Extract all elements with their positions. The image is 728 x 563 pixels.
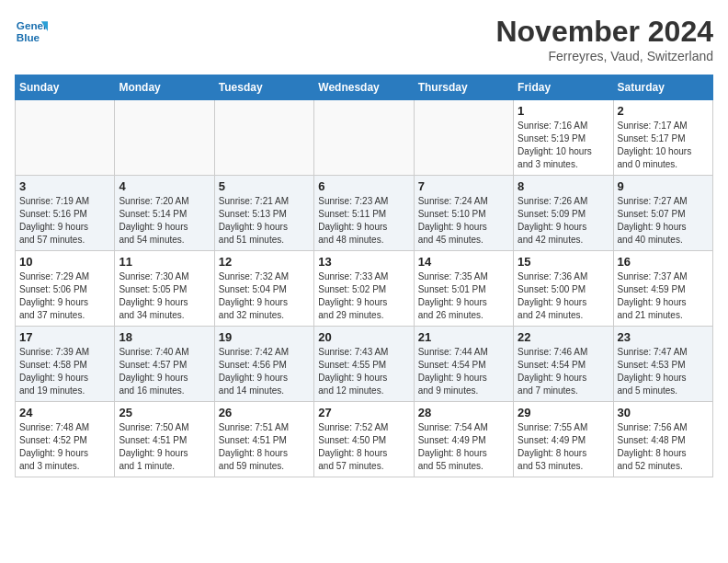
day-info: Sunrise: 7:54 AM Sunset: 4:49 PM Dayligh… [418, 421, 509, 473]
calendar-cell [414, 100, 513, 176]
calendar-cell: 7Sunrise: 7:24 AM Sunset: 5:10 PM Daylig… [414, 176, 513, 251]
day-info: Sunrise: 7:55 AM Sunset: 4:49 PM Dayligh… [518, 421, 609, 473]
day-info: Sunrise: 7:17 AM Sunset: 5:17 PM Dayligh… [618, 120, 709, 171]
day-number: 4 [119, 179, 210, 193]
day-of-week-header: Thursday [414, 75, 513, 100]
day-number: 14 [418, 255, 509, 269]
day-info: Sunrise: 7:30 AM Sunset: 5:05 PM Dayligh… [119, 270, 210, 322]
day-info: Sunrise: 7:42 AM Sunset: 4:56 PM Dayligh… [219, 346, 310, 397]
calendar-cell: 23Sunrise: 7:47 AM Sunset: 4:53 PM Dayli… [613, 327, 712, 402]
day-info: Sunrise: 7:16 AM Sunset: 5:19 PM Dayligh… [518, 120, 609, 171]
calendar-header-row: SundayMondayTuesdayWednesdayThursdayFrid… [16, 75, 713, 100]
day-number: 9 [618, 179, 709, 193]
day-info: Sunrise: 7:26 AM Sunset: 5:09 PM Dayligh… [518, 195, 609, 247]
day-of-week-header: Friday [514, 75, 613, 100]
calendar-cell: 21Sunrise: 7:44 AM Sunset: 4:54 PM Dayli… [414, 327, 513, 402]
day-of-week-header: Wednesday [314, 75, 414, 100]
calendar-cell: 1Sunrise: 7:16 AM Sunset: 5:19 PM Daylig… [514, 100, 613, 176]
calendar-cell: 4Sunrise: 7:20 AM Sunset: 5:14 PM Daylig… [115, 176, 214, 251]
day-info: Sunrise: 7:46 AM Sunset: 4:54 PM Dayligh… [518, 346, 609, 397]
day-number: 27 [318, 406, 409, 419]
calendar-week-row: 3Sunrise: 7:19 AM Sunset: 5:16 PM Daylig… [16, 176, 713, 251]
day-number: 11 [119, 255, 210, 269]
day-number: 13 [318, 255, 409, 269]
day-info: Sunrise: 7:47 AM Sunset: 4:53 PM Dayligh… [618, 346, 709, 397]
day-info: Sunrise: 7:32 AM Sunset: 5:04 PM Dayligh… [219, 270, 310, 322]
day-number: 28 [418, 406, 509, 419]
calendar-table: SundayMondayTuesdayWednesdayThursdayFrid… [15, 75, 713, 477]
calendar-cell: 15Sunrise: 7:36 AM Sunset: 5:00 PM Dayli… [514, 251, 613, 327]
day-info: Sunrise: 7:27 AM Sunset: 5:07 PM Dayligh… [618, 195, 709, 247]
day-info: Sunrise: 7:50 AM Sunset: 4:51 PM Dayligh… [119, 421, 210, 473]
day-number: 18 [119, 330, 210, 344]
day-number: 2 [618, 104, 709, 118]
calendar-cell: 8Sunrise: 7:26 AM Sunset: 5:09 PM Daylig… [514, 176, 613, 251]
calendar-cell: 28Sunrise: 7:54 AM Sunset: 4:49 PM Dayli… [414, 402, 513, 477]
day-info: Sunrise: 7:39 AM Sunset: 4:58 PM Dayligh… [19, 346, 110, 397]
day-number: 15 [518, 255, 609, 269]
calendar-cell: 2Sunrise: 7:17 AM Sunset: 5:17 PM Daylig… [613, 100, 712, 176]
day-number: 30 [618, 406, 709, 419]
day-number: 16 [618, 255, 709, 269]
day-info: Sunrise: 7:21 AM Sunset: 5:13 PM Dayligh… [219, 195, 310, 247]
calendar-cell: 30Sunrise: 7:56 AM Sunset: 4:48 PM Dayli… [613, 402, 712, 477]
day-info: Sunrise: 7:19 AM Sunset: 5:16 PM Dayligh… [19, 195, 110, 247]
day-info: Sunrise: 7:29 AM Sunset: 5:06 PM Dayligh… [19, 270, 110, 322]
day-number: 17 [19, 330, 110, 344]
day-info: Sunrise: 7:20 AM Sunset: 5:14 PM Dayligh… [119, 195, 210, 247]
calendar-cell: 10Sunrise: 7:29 AM Sunset: 5:06 PM Dayli… [16, 251, 115, 327]
day-of-week-header: Tuesday [214, 75, 313, 100]
location-label: Ferreyres, Vaud, Switzerland [495, 49, 713, 63]
calendar-cell: 3Sunrise: 7:19 AM Sunset: 5:16 PM Daylig… [16, 176, 115, 251]
day-info: Sunrise: 7:43 AM Sunset: 4:55 PM Dayligh… [318, 346, 409, 397]
day-info: Sunrise: 7:24 AM Sunset: 5:10 PM Dayligh… [418, 195, 509, 247]
calendar-cell [214, 100, 313, 176]
calendar-week-row: 24Sunrise: 7:48 AM Sunset: 4:52 PM Dayli… [16, 402, 713, 477]
day-info: Sunrise: 7:37 AM Sunset: 4:59 PM Dayligh… [618, 270, 709, 322]
day-number: 3 [19, 179, 110, 193]
day-number: 7 [418, 179, 509, 193]
day-info: Sunrise: 7:56 AM Sunset: 4:48 PM Dayligh… [618, 421, 709, 473]
calendar-cell: 12Sunrise: 7:32 AM Sunset: 5:04 PM Dayli… [214, 251, 313, 327]
calendar-week-row: 10Sunrise: 7:29 AM Sunset: 5:06 PM Dayli… [16, 251, 713, 327]
day-number: 26 [219, 406, 310, 419]
calendar-week-row: 1Sunrise: 7:16 AM Sunset: 5:19 PM Daylig… [16, 100, 713, 176]
calendar-cell: 14Sunrise: 7:35 AM Sunset: 5:01 PM Dayli… [414, 251, 513, 327]
calendar-cell: 9Sunrise: 7:27 AM Sunset: 5:07 PM Daylig… [613, 176, 712, 251]
day-number: 19 [219, 330, 310, 344]
calendar-cell [16, 100, 115, 176]
calendar-cell: 6Sunrise: 7:23 AM Sunset: 5:11 PM Daylig… [314, 176, 414, 251]
day-info: Sunrise: 7:44 AM Sunset: 4:54 PM Dayligh… [418, 346, 509, 397]
day-number: 25 [119, 406, 210, 419]
day-info: Sunrise: 7:48 AM Sunset: 4:52 PM Dayligh… [19, 421, 110, 473]
day-number: 12 [219, 255, 310, 269]
day-number: 23 [618, 330, 709, 344]
day-of-week-header: Saturday [613, 75, 712, 100]
calendar-cell: 25Sunrise: 7:50 AM Sunset: 4:51 PM Dayli… [115, 402, 214, 477]
logo-icon: General Blue [15, 15, 48, 48]
calendar-cell: 20Sunrise: 7:43 AM Sunset: 4:55 PM Dayli… [314, 327, 414, 402]
calendar-cell: 26Sunrise: 7:51 AM Sunset: 4:51 PM Dayli… [214, 402, 313, 477]
day-of-week-header: Sunday [16, 75, 115, 100]
day-info: Sunrise: 7:35 AM Sunset: 5:01 PM Dayligh… [418, 270, 509, 322]
calendar-cell: 5Sunrise: 7:21 AM Sunset: 5:13 PM Daylig… [214, 176, 313, 251]
day-number: 29 [518, 406, 609, 419]
day-info: Sunrise: 7:40 AM Sunset: 4:57 PM Dayligh… [119, 346, 210, 397]
calendar-cell [314, 100, 414, 176]
calendar-cell: 13Sunrise: 7:33 AM Sunset: 5:02 PM Dayli… [314, 251, 414, 327]
day-info: Sunrise: 7:36 AM Sunset: 5:00 PM Dayligh… [518, 270, 609, 322]
day-number: 5 [219, 179, 310, 193]
day-info: Sunrise: 7:52 AM Sunset: 4:50 PM Dayligh… [318, 421, 409, 473]
calendar-cell: 19Sunrise: 7:42 AM Sunset: 4:56 PM Dayli… [214, 327, 313, 402]
page-header: General Blue November 2024 Ferreyres, Va… [15, 15, 713, 63]
day-number: 22 [518, 330, 609, 344]
day-number: 6 [318, 179, 409, 193]
day-number: 1 [518, 104, 609, 118]
day-info: Sunrise: 7:51 AM Sunset: 4:51 PM Dayligh… [219, 421, 310, 473]
calendar-cell [115, 100, 214, 176]
day-number: 21 [418, 330, 509, 344]
calendar-week-row: 17Sunrise: 7:39 AM Sunset: 4:58 PM Dayli… [16, 327, 713, 402]
calendar-cell: 22Sunrise: 7:46 AM Sunset: 4:54 PM Dayli… [514, 327, 613, 402]
calendar-cell: 11Sunrise: 7:30 AM Sunset: 5:05 PM Dayli… [115, 251, 214, 327]
calendar-cell: 18Sunrise: 7:40 AM Sunset: 4:57 PM Dayli… [115, 327, 214, 402]
